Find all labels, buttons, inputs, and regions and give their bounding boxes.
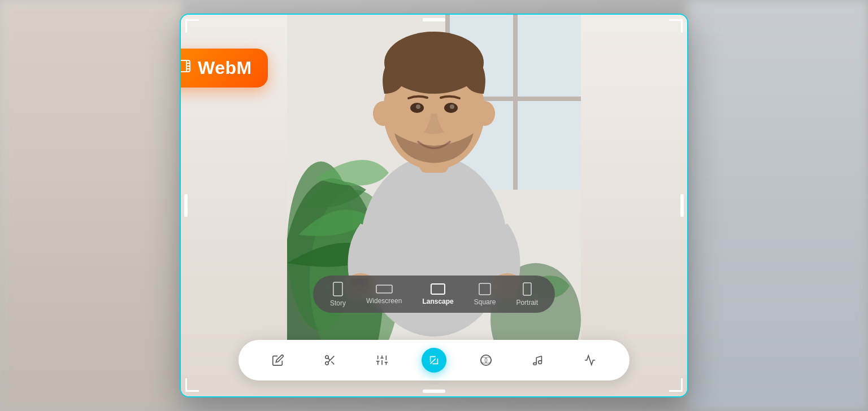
svg-rect-34: [479, 283, 491, 295]
cut-tool-button[interactable]: [318, 348, 342, 373]
aspect-item-landscape[interactable]: Lanscape: [422, 283, 453, 305]
aspect-toolbar: Story Widescreen Lanscape: [313, 276, 555, 313]
aspect-item-square[interactable]: Square: [474, 282, 496, 306]
effects-tool-button[interactable]: [474, 348, 498, 373]
music-icon: [532, 354, 544, 366]
svg-point-36: [326, 356, 329, 359]
svg-point-16: [450, 104, 454, 109]
landscape-label: Lanscape: [422, 298, 453, 305]
portrait-icon: [522, 282, 532, 296]
landscape-icon: [430, 283, 446, 295]
filter-tool-button[interactable]: [370, 348, 394, 373]
aspect-item-widescreen[interactable]: Widescreen: [366, 283, 402, 305]
svg-rect-3: [513, 14, 518, 190]
main-card: WebM Story Widescreen: [180, 14, 688, 397]
edit-tool-button[interactable]: [266, 348, 290, 373]
svg-line-39: [331, 361, 334, 364]
crop-icon: [428, 354, 440, 366]
aspect-item-story[interactable]: Story: [330, 281, 346, 307]
svg-point-15: [416, 104, 420, 109]
audio-tool-button[interactable]: [526, 348, 550, 373]
svg-point-37: [326, 362, 329, 365]
bottom-toolbar: [238, 340, 630, 381]
waveform-tool-button[interactable]: [578, 348, 602, 373]
svg-rect-31: [333, 282, 342, 296]
svg-rect-35: [523, 283, 531, 295]
effects-icon: [480, 354, 492, 366]
story-label: Story: [330, 299, 346, 307]
widescreen-icon: [375, 283, 393, 295]
square-label: Square: [474, 298, 496, 306]
bg-right-blur: [687, 0, 868, 411]
square-icon: [478, 282, 492, 296]
webm-badge-label: WebM: [198, 58, 252, 78]
svg-rect-33: [431, 284, 445, 294]
aspect-item-portrait[interactable]: Portrait: [516, 282, 538, 307]
webm-badge: WebM: [180, 49, 268, 88]
crop-tool-button[interactable]: [422, 348, 446, 373]
activity-icon: [584, 354, 596, 366]
widescreen-label: Widescreen: [366, 297, 402, 305]
portrait-label: Portrait: [516, 299, 538, 307]
svg-line-50: [431, 358, 436, 364]
film-icon: [180, 58, 191, 78]
scissors-icon: [324, 354, 336, 366]
svg-point-18: [475, 101, 495, 126]
pencil-icon: [272, 354, 284, 366]
sliders-icon: [376, 354, 388, 366]
svg-point-53: [485, 357, 491, 364]
svg-line-40: [328, 358, 330, 360]
svg-rect-32: [376, 285, 392, 293]
svg-point-51: [481, 355, 491, 365]
svg-point-17: [373, 101, 393, 126]
bg-left-blur: [0, 0, 181, 411]
story-icon: [332, 281, 344, 297]
